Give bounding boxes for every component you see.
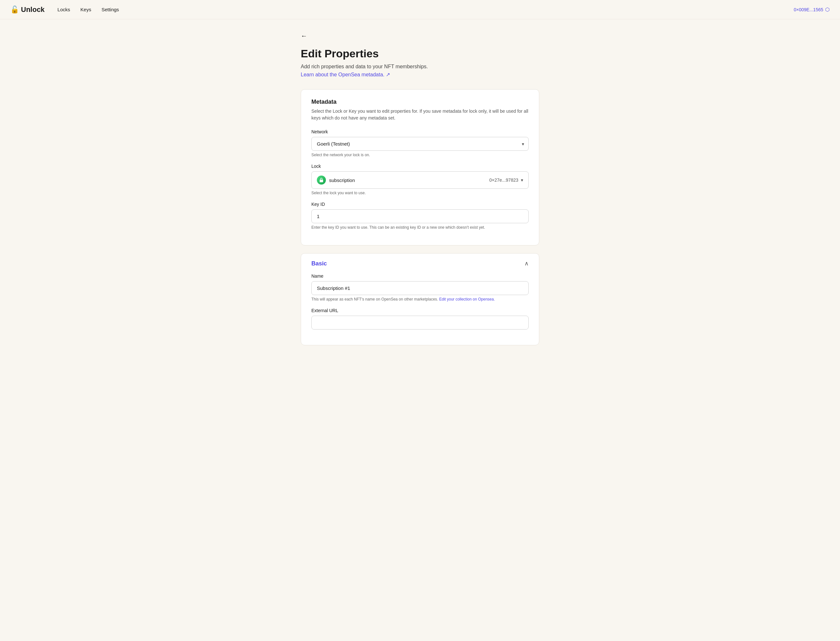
- svg-rect-0: [320, 180, 323, 182]
- external-url-input[interactable]: [312, 316, 528, 330]
- nav-item-settings[interactable]: Settings: [102, 7, 119, 12]
- metadata-card: Metadata Select the Lock or Key you want…: [301, 89, 539, 245]
- back-button[interactable]: ←: [301, 32, 307, 40]
- learn-link-text: Learn about the OpenSea metadata.: [301, 72, 384, 77]
- nav-item-locks[interactable]: Locks: [57, 7, 70, 12]
- network-field-group: Network Goerli (Testnet) Ethereum Mainne…: [312, 129, 528, 157]
- basic-card-body: Name This will appear as each NFT's name…: [301, 274, 539, 345]
- key-id-label: Key ID: [312, 201, 528, 207]
- wallet-address-text: 0×009E...1565: [794, 7, 823, 12]
- basic-card-title: Basic: [312, 260, 327, 267]
- lock-select-right: 0×27e...97823 ▾: [489, 177, 523, 183]
- main-content: ← Edit Properties Add rich properties an…: [294, 19, 546, 372]
- lock-field-group: Lock subscription 0×27e...97823 ▾ Se: [312, 164, 528, 195]
- lock-hint: Select the lock you want to use.: [312, 191, 528, 195]
- lock-avatar: [317, 176, 326, 185]
- wallet-icon: ⬡: [825, 6, 830, 13]
- logo-text: Unlock: [21, 5, 45, 14]
- page-description: Add rich properties and data to your NFT…: [301, 64, 539, 69]
- learn-link[interactable]: Learn about the OpenSea metadata. ↗: [301, 71, 390, 77]
- network-select-wrapper: Goerli (Testnet) Ethereum Mainnet Polygo…: [312, 137, 528, 151]
- edit-collection-link[interactable]: Edit your collection on Opensea.: [439, 297, 495, 301]
- name-input[interactable]: [312, 281, 528, 295]
- key-id-field-group: Key ID Enter the key ID you want to use.…: [312, 201, 528, 230]
- page-title: Edit Properties: [301, 47, 539, 60]
- external-link-icon: ↗: [386, 71, 390, 77]
- header: 🔓 Unlock Locks Keys Settings 0×009E...15…: [0, 0, 840, 19]
- lock-select[interactable]: subscription 0×27e...97823 ▾: [312, 171, 528, 189]
- key-id-input[interactable]: [312, 209, 528, 223]
- metadata-card-desc: Select the Lock or Key you want to edit …: [312, 108, 528, 121]
- external-url-label: External URL: [312, 308, 528, 313]
- network-label: Network: [312, 129, 528, 134]
- network-select[interactable]: Goerli (Testnet) Ethereum Mainnet Polygo…: [312, 137, 528, 151]
- name-label: Name: [312, 274, 528, 279]
- name-hint-text: This will appear as each NFT's name on O…: [312, 297, 438, 301]
- lock-select-left: subscription: [317, 176, 355, 185]
- lock-avatar-icon: [319, 177, 324, 183]
- name-field-group: Name This will appear as each NFT's name…: [312, 274, 528, 301]
- lock-name: subscription: [329, 177, 355, 183]
- basic-card-header[interactable]: Basic ∧: [301, 253, 539, 274]
- network-hint: Select the network your lock is on.: [312, 153, 528, 157]
- collapse-icon: ∧: [525, 260, 528, 267]
- nav-item-keys[interactable]: Keys: [81, 7, 91, 12]
- lock-address: 0×27e...97823: [489, 177, 518, 183]
- lock-select-arrow-icon: ▾: [521, 177, 523, 183]
- wallet-address[interactable]: 0×009E...1565 ⬡: [794, 6, 830, 13]
- key-id-hint: Enter the key ID you want to use. This c…: [312, 225, 528, 230]
- basic-card: Basic ∧ Name This will appear as each NF…: [301, 253, 539, 345]
- lock-label: Lock: [312, 164, 528, 169]
- nav: Locks Keys Settings: [57, 7, 793, 12]
- metadata-card-title: Metadata: [312, 98, 528, 105]
- logo-icon: 🔓: [10, 5, 19, 14]
- external-url-field-group: External URL: [312, 308, 528, 330]
- logo[interactable]: 🔓 Unlock: [10, 5, 45, 14]
- name-hint: This will appear as each NFT's name on O…: [312, 297, 528, 301]
